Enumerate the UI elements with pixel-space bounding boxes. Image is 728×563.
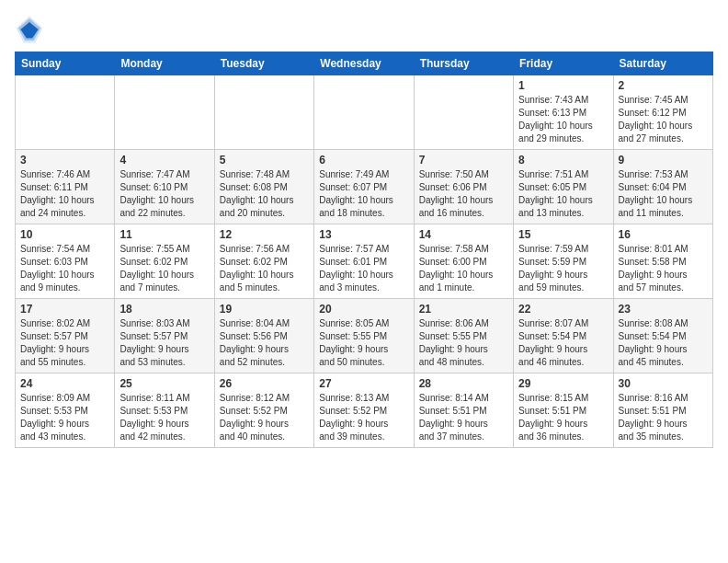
- day-info: Sunrise: 8:01 AM Sunset: 5:58 PM Dayligh…: [619, 243, 708, 294]
- calendar-week-3: 10Sunrise: 7:54 AM Sunset: 6:03 PM Dayli…: [16, 224, 713, 299]
- calendar-cell: 28Sunrise: 8:14 AM Sunset: 5:51 PM Dayli…: [414, 373, 513, 448]
- calendar-cell: 11Sunrise: 7:55 AM Sunset: 6:02 PM Dayli…: [115, 224, 214, 299]
- calendar-cell: [314, 75, 414, 150]
- day-number: 12: [220, 228, 309, 241]
- day-info: Sunrise: 8:14 AM Sunset: 5:51 PM Dayligh…: [419, 392, 508, 443]
- calendar-week-1: 1Sunrise: 7:43 AM Sunset: 6:13 PM Daylig…: [16, 75, 713, 150]
- weekday-header-wednesday: Wednesday: [314, 52, 414, 75]
- day-info: Sunrise: 7:57 AM Sunset: 6:01 PM Dayligh…: [319, 243, 408, 294]
- day-info: Sunrise: 8:04 AM Sunset: 5:56 PM Dayligh…: [220, 317, 309, 369]
- calendar-cell: 23Sunrise: 8:08 AM Sunset: 5:54 PM Dayli…: [613, 299, 712, 373]
- day-number: 16: [619, 228, 708, 241]
- calendar-cell: 21Sunrise: 8:06 AM Sunset: 5:55 PM Dayli…: [414, 299, 513, 373]
- logo: [15, 15, 48, 44]
- logo-icon: [15, 15, 44, 44]
- day-info: Sunrise: 8:13 AM Sunset: 5:52 PM Dayligh…: [319, 392, 408, 443]
- day-number: 26: [220, 377, 309, 390]
- day-info: Sunrise: 7:43 AM Sunset: 6:13 PM Dayligh…: [518, 94, 608, 145]
- calendar-cell: 13Sunrise: 7:57 AM Sunset: 6:01 PM Dayli…: [314, 224, 414, 299]
- weekday-header-saturday: Saturday: [613, 52, 712, 75]
- day-info: Sunrise: 7:47 AM Sunset: 6:10 PM Dayligh…: [119, 168, 209, 220]
- day-info: Sunrise: 7:49 AM Sunset: 6:07 PM Dayligh…: [319, 168, 408, 220]
- calendar-cell: 5Sunrise: 7:48 AM Sunset: 6:08 PM Daylig…: [214, 150, 313, 224]
- calendar-cell: 4Sunrise: 7:47 AM Sunset: 6:10 PM Daylig…: [115, 150, 214, 224]
- day-info: Sunrise: 7:58 AM Sunset: 6:00 PM Dayligh…: [419, 243, 508, 294]
- day-info: Sunrise: 7:51 AM Sunset: 6:05 PM Dayligh…: [518, 168, 608, 220]
- calendar-cell: [115, 75, 214, 150]
- page-header: [15, 15, 713, 44]
- calendar-cell: 17Sunrise: 8:02 AM Sunset: 5:57 PM Dayli…: [16, 299, 115, 373]
- day-number: 4: [119, 154, 209, 167]
- calendar-cell: 3Sunrise: 7:46 AM Sunset: 6:11 PM Daylig…: [16, 150, 115, 224]
- calendar-cell: 1Sunrise: 7:43 AM Sunset: 6:13 PM Daylig…: [514, 75, 613, 150]
- calendar-cell: 27Sunrise: 8:13 AM Sunset: 5:52 PM Dayli…: [314, 373, 414, 448]
- day-info: Sunrise: 7:45 AM Sunset: 6:12 PM Dayligh…: [619, 94, 708, 145]
- day-number: 27: [319, 377, 408, 390]
- weekday-header-friday: Friday: [514, 52, 613, 75]
- day-info: Sunrise: 8:08 AM Sunset: 5:54 PM Dayligh…: [619, 317, 708, 369]
- day-number: 21: [419, 303, 508, 316]
- day-info: Sunrise: 8:12 AM Sunset: 5:52 PM Dayligh…: [220, 392, 309, 443]
- calendar-cell: 30Sunrise: 8:16 AM Sunset: 5:51 PM Dayli…: [613, 373, 712, 448]
- day-number: 25: [119, 377, 209, 390]
- calendar-cell: 20Sunrise: 8:05 AM Sunset: 5:55 PM Dayli…: [314, 299, 414, 373]
- day-info: Sunrise: 8:02 AM Sunset: 5:57 PM Dayligh…: [20, 317, 109, 369]
- calendar-cell: 10Sunrise: 7:54 AM Sunset: 6:03 PM Dayli…: [16, 224, 115, 299]
- calendar-cell: 29Sunrise: 8:15 AM Sunset: 5:51 PM Dayli…: [514, 373, 613, 448]
- day-number: 6: [319, 154, 408, 167]
- day-info: Sunrise: 7:55 AM Sunset: 6:02 PM Dayligh…: [119, 243, 209, 294]
- day-number: 29: [518, 377, 608, 390]
- calendar-cell: 7Sunrise: 7:50 AM Sunset: 6:06 PM Daylig…: [414, 150, 513, 224]
- day-number: 7: [419, 154, 508, 167]
- calendar-week-2: 3Sunrise: 7:46 AM Sunset: 6:11 PM Daylig…: [16, 150, 713, 224]
- day-info: Sunrise: 8:15 AM Sunset: 5:51 PM Dayligh…: [518, 392, 608, 443]
- day-number: 14: [419, 228, 508, 241]
- calendar-cell: 26Sunrise: 8:12 AM Sunset: 5:52 PM Dayli…: [214, 373, 313, 448]
- weekday-header-monday: Monday: [115, 52, 214, 75]
- day-info: Sunrise: 8:05 AM Sunset: 5:55 PM Dayligh…: [319, 317, 408, 369]
- day-number: 17: [20, 303, 109, 316]
- day-number: 28: [419, 377, 508, 390]
- day-info: Sunrise: 7:50 AM Sunset: 6:06 PM Dayligh…: [419, 168, 508, 220]
- day-number: 5: [220, 154, 309, 167]
- day-info: Sunrise: 8:06 AM Sunset: 5:55 PM Dayligh…: [419, 317, 508, 369]
- calendar-cell: 16Sunrise: 8:01 AM Sunset: 5:58 PM Dayli…: [613, 224, 712, 299]
- day-info: Sunrise: 8:11 AM Sunset: 5:53 PM Dayligh…: [119, 392, 209, 443]
- calendar-cell: [16, 75, 115, 150]
- calendar-cell: 8Sunrise: 7:51 AM Sunset: 6:05 PM Daylig…: [514, 150, 613, 224]
- day-number: 19: [220, 303, 309, 316]
- day-number: 24: [20, 377, 109, 390]
- day-number: 9: [619, 154, 708, 167]
- day-number: 3: [20, 154, 109, 167]
- calendar-week-5: 24Sunrise: 8:09 AM Sunset: 5:53 PM Dayli…: [16, 373, 713, 448]
- day-number: 11: [119, 228, 209, 241]
- day-number: 13: [319, 228, 408, 241]
- day-number: 15: [518, 228, 608, 241]
- day-info: Sunrise: 7:48 AM Sunset: 6:08 PM Dayligh…: [220, 168, 309, 220]
- calendar-cell: [414, 75, 513, 150]
- day-number: 18: [119, 303, 209, 316]
- calendar-cell: 24Sunrise: 8:09 AM Sunset: 5:53 PM Dayli…: [16, 373, 115, 448]
- day-info: Sunrise: 8:03 AM Sunset: 5:57 PM Dayligh…: [119, 317, 209, 369]
- day-info: Sunrise: 7:59 AM Sunset: 5:59 PM Dayligh…: [518, 243, 608, 294]
- calendar-cell: 19Sunrise: 8:04 AM Sunset: 5:56 PM Dayli…: [214, 299, 313, 373]
- day-info: Sunrise: 8:09 AM Sunset: 5:53 PM Dayligh…: [20, 392, 109, 443]
- calendar-cell: 15Sunrise: 7:59 AM Sunset: 5:59 PM Dayli…: [514, 224, 613, 299]
- calendar: SundayMondayTuesdayWednesdayThursdayFrid…: [15, 52, 713, 448]
- day-number: 10: [20, 228, 109, 241]
- day-number: 20: [319, 303, 408, 316]
- calendar-cell: 2Sunrise: 7:45 AM Sunset: 6:12 PM Daylig…: [613, 75, 712, 150]
- day-number: 22: [518, 303, 608, 316]
- calendar-cell: 25Sunrise: 8:11 AM Sunset: 5:53 PM Dayli…: [115, 373, 214, 448]
- day-number: 23: [619, 303, 708, 316]
- weekday-header-thursday: Thursday: [414, 52, 513, 75]
- day-number: 8: [518, 154, 608, 167]
- weekday-header-tuesday: Tuesday: [214, 52, 313, 75]
- day-info: Sunrise: 8:07 AM Sunset: 5:54 PM Dayligh…: [518, 317, 608, 369]
- day-number: 1: [518, 79, 608, 92]
- calendar-cell: [214, 75, 313, 150]
- day-info: Sunrise: 7:56 AM Sunset: 6:02 PM Dayligh…: [220, 243, 309, 294]
- calendar-cell: 6Sunrise: 7:49 AM Sunset: 6:07 PM Daylig…: [314, 150, 414, 224]
- day-number: 30: [619, 377, 708, 390]
- calendar-cell: 9Sunrise: 7:53 AM Sunset: 6:04 PM Daylig…: [613, 150, 712, 224]
